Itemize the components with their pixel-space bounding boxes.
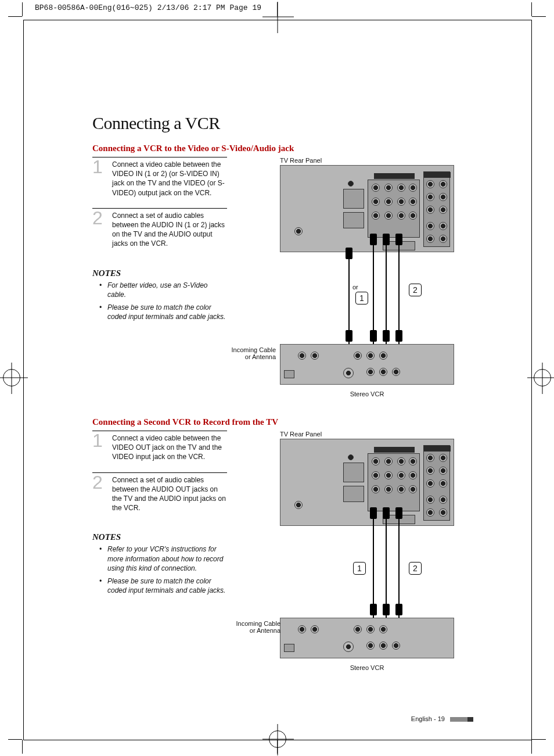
section2-step1: 1 Connect a video cable between the VIDE… bbox=[92, 431, 227, 462]
step-number: 2 bbox=[92, 474, 106, 513]
note-item: Refer to your VCR's instructions for mor… bbox=[107, 544, 227, 573]
rca-plug-icon bbox=[383, 507, 390, 519]
crop-mark bbox=[8, 16, 22, 17]
page-title: Connecting a VCR bbox=[92, 113, 473, 133]
section1-right: TV Rear Panel bbox=[236, 157, 473, 397]
dvi-block bbox=[343, 212, 364, 228]
av-in-block bbox=[368, 180, 420, 238]
callout-2: 2 bbox=[409, 284, 422, 296]
hdmi-block bbox=[343, 463, 364, 482]
notes-heading: NOTES bbox=[92, 268, 227, 278]
note-item: Please be sure to match the color coded … bbox=[107, 576, 227, 595]
rca-plug-icon bbox=[383, 234, 390, 245]
rca-plug-icon bbox=[370, 234, 377, 245]
vcr-panel-icon bbox=[280, 344, 454, 385]
rca-plug-icon bbox=[395, 234, 402, 245]
step-text: Connect a set of audio cables between th… bbox=[112, 211, 227, 249]
section2-left: 1 Connect a video cable between the VIDE… bbox=[92, 431, 227, 671]
vcr-panel-icon bbox=[280, 618, 454, 658]
step-number: 1 bbox=[92, 432, 106, 462]
callout-1: 1 bbox=[355, 292, 368, 304]
s-video-plug-icon bbox=[346, 330, 352, 342]
crop-mark bbox=[532, 16, 546, 17]
rca-plug-icon bbox=[395, 507, 402, 519]
stereo-vcr-caption: Stereo VCR bbox=[280, 664, 454, 671]
incoming-antenna-label: Incoming Cable or Antenna bbox=[235, 620, 280, 634]
component-in-block bbox=[423, 445, 450, 521]
crop-mark bbox=[532, 739, 546, 740]
step-text: Connect a video cable between the VIDEO … bbox=[112, 160, 227, 198]
note-item: For better video, use an S-Video cable. bbox=[107, 281, 227, 299]
page-number-label: English - 19 bbox=[411, 715, 445, 722]
print-header: BP68-00586A-00Eng(016~025) 2/13/06 2:17 … bbox=[35, 3, 261, 12]
tv-rear-panel-caption: TV Rear Panel bbox=[280, 157, 473, 164]
section2-right: TV Rear Panel bbox=[236, 431, 473, 671]
section2-step2: 2 Connect a set of audio cables between … bbox=[92, 472, 227, 513]
connection-diagram-1: 1 2 Stereo VCR bbox=[280, 165, 454, 397]
registration-mark-icon bbox=[3, 369, 20, 386]
hdmi-block bbox=[343, 189, 364, 209]
rca-plug-icon bbox=[383, 604, 390, 615]
page-content: Connecting a VCR Connecting a VCR to the… bbox=[23, 20, 532, 740]
crop-mark bbox=[22, 2, 23, 16]
step-number: 2 bbox=[92, 210, 106, 249]
rca-plug-icon bbox=[370, 604, 377, 615]
section1-step1: 1 Connect a video cable between the VIDE… bbox=[92, 157, 227, 198]
rca-plug-icon bbox=[370, 330, 377, 342]
callout-1: 1 bbox=[353, 562, 366, 575]
notes-list: Refer to your VCR's instructions for mor… bbox=[92, 544, 227, 595]
page-footer: English - 19 bbox=[411, 715, 473, 722]
connection-diagram-2: 1 2 Stereo VCR bbox=[280, 439, 454, 671]
tv-rear-panel-icon bbox=[280, 439, 454, 526]
footer-bar-icon bbox=[450, 717, 473, 722]
step-text: Connect a video cable between the VIDEO … bbox=[112, 433, 227, 462]
section1-step2: 2 Connect a set of audio cables between … bbox=[92, 208, 227, 249]
rca-plug-icon bbox=[370, 507, 377, 519]
note-item: Please be sure to match the color coded … bbox=[107, 303, 227, 321]
rca-plug-icon bbox=[395, 330, 402, 342]
step-number: 1 bbox=[92, 159, 106, 198]
section2-heading: Connecting a Second VCR to Record from t… bbox=[92, 417, 473, 427]
callout-2: 2 bbox=[409, 562, 422, 575]
dvi-block bbox=[343, 486, 364, 502]
section2-columns: 1 Connect a video cable between the VIDE… bbox=[92, 431, 473, 671]
crop-mark bbox=[531, 2, 532, 16]
rca-plug-icon bbox=[383, 330, 390, 342]
stereo-vcr-caption: Stereo VCR bbox=[280, 390, 454, 397]
incoming-antenna-label: Incoming Cable or Antenna bbox=[231, 346, 276, 360]
notes-heading: NOTES bbox=[92, 532, 227, 542]
crop-mark bbox=[531, 740, 532, 754]
s-video-plug-icon bbox=[346, 248, 352, 259]
section1-columns: 1 Connect a video cable between the VIDE… bbox=[92, 157, 473, 397]
step-text: Connect a set of audio cables between th… bbox=[112, 475, 227, 513]
section2: Connecting a Second VCR to Record from t… bbox=[92, 417, 473, 671]
crop-mark bbox=[22, 740, 23, 754]
tv-rear-panel-caption: TV Rear Panel bbox=[280, 431, 473, 438]
section1-heading: Connecting a VCR to the Video or S-Video… bbox=[92, 144, 473, 153]
tv-rear-panel-icon bbox=[280, 165, 454, 252]
rca-plug-icon bbox=[395, 604, 402, 615]
av-in-block bbox=[368, 453, 420, 511]
notes-list: For better video, use an S-Video cable. … bbox=[92, 281, 227, 322]
or-label: or bbox=[352, 284, 358, 291]
registration-mark-icon bbox=[534, 369, 551, 386]
crop-mark bbox=[8, 739, 22, 740]
section1-left: 1 Connect a video cable between the VIDE… bbox=[92, 157, 227, 397]
component-in-block bbox=[423, 171, 450, 247]
